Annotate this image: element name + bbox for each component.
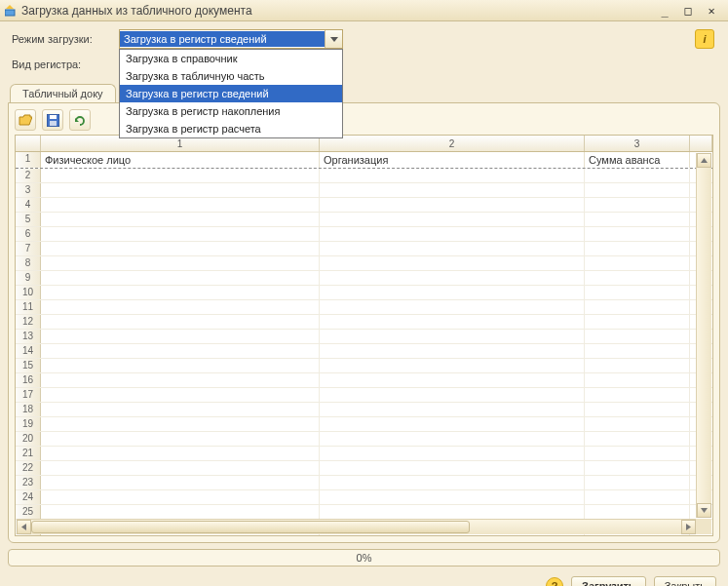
scroll-track[interactable] <box>470 520 681 534</box>
cell[interactable] <box>585 330 690 343</box>
cell[interactable] <box>41 242 320 255</box>
cell[interactable] <box>585 534 690 536</box>
cell[interactable] <box>585 461 690 475</box>
cell[interactable] <box>585 403 690 416</box>
row-number[interactable]: 24 <box>16 490 41 504</box>
cell[interactable] <box>320 344 585 358</box>
row-number[interactable]: 3 <box>16 183 41 197</box>
row-number[interactable]: 9 <box>16 271 41 285</box>
row-number[interactable]: 11 <box>16 300 41 314</box>
cell[interactable] <box>585 198 690 212</box>
mode-select[interactable]: Загрузка в регистр сведений <box>119 29 343 49</box>
scroll-track[interactable] <box>697 168 711 503</box>
row-number[interactable]: 20 <box>16 432 41 446</box>
row-number[interactable]: 22 <box>16 461 41 475</box>
cell[interactable] <box>41 505 320 519</box>
cell[interactable] <box>41 315 320 329</box>
cell[interactable] <box>585 373 690 387</box>
load-button[interactable]: Загрузить <box>571 576 646 586</box>
mode-select-dropdown-button[interactable] <box>325 30 342 48</box>
mode-dropdown-list[interactable]: Загрузка в справочник Загрузка в табличн… <box>119 49 343 138</box>
row-number[interactable]: 6 <box>16 227 41 241</box>
dropdown-item[interactable]: Загрузка в справочник <box>120 50 342 67</box>
cell[interactable] <box>41 359 320 372</box>
cell[interactable] <box>585 490 690 504</box>
cell[interactable] <box>41 490 320 504</box>
close-button-footer[interactable]: Закрыть <box>654 576 716 586</box>
cell[interactable] <box>585 447 690 460</box>
cell[interactable] <box>585 256 690 270</box>
cell[interactable] <box>41 213 320 226</box>
dropdown-item[interactable]: Загрузка в табличную часть <box>120 67 342 85</box>
row-number[interactable]: 23 <box>16 476 41 489</box>
cell[interactable] <box>585 213 690 226</box>
cell[interactable] <box>320 330 585 343</box>
cell[interactable] <box>585 344 690 358</box>
row-number[interactable]: 27 <box>16 534 41 536</box>
row-number[interactable]: 5 <box>16 213 41 226</box>
cell[interactable] <box>41 271 320 285</box>
cell[interactable] <box>320 447 585 460</box>
cell[interactable] <box>41 476 320 489</box>
scroll-left-button[interactable] <box>17 520 31 534</box>
cell[interactable] <box>585 271 690 285</box>
cell[interactable] <box>585 476 690 489</box>
cell[interactable] <box>41 286 320 299</box>
cell[interactable] <box>41 330 320 343</box>
open-button[interactable] <box>15 109 36 131</box>
cell[interactable] <box>320 534 585 536</box>
cell[interactable] <box>320 213 585 226</box>
row-number[interactable]: 17 <box>16 388 41 402</box>
row-number[interactable]: 15 <box>16 359 41 372</box>
column-header[interactable]: 2 <box>320 136 585 151</box>
row-number[interactable]: 13 <box>16 330 41 343</box>
vertical-scrollbar[interactable] <box>696 153 711 518</box>
row-number[interactable]: 25 <box>16 505 41 519</box>
cell[interactable] <box>320 198 585 212</box>
cell[interactable] <box>320 227 585 241</box>
cell[interactable] <box>41 403 320 416</box>
minimize-button[interactable]: _ <box>656 4 673 18</box>
cell[interactable] <box>41 417 320 431</box>
cell[interactable] <box>320 490 585 504</box>
cell[interactable] <box>41 183 320 197</box>
cell[interactable] <box>585 505 690 519</box>
dropdown-item[interactable]: Загрузка в регистр расчета <box>120 120 342 137</box>
spreadsheet-grid[interactable]: 1 2 3 1 Физическое лицо Организация Сумм… <box>15 135 713 536</box>
cell[interactable] <box>320 388 585 402</box>
row-number[interactable]: 18 <box>16 403 41 416</box>
maximize-button[interactable]: □ <box>679 4 697 18</box>
cell[interactable] <box>585 432 690 446</box>
row-number[interactable]: 21 <box>16 447 41 460</box>
help-icon[interactable]: ? <box>546 577 563 586</box>
dropdown-item[interactable]: Загрузка в регистр сведений <box>120 85 342 102</box>
cell[interactable] <box>320 242 585 255</box>
cell[interactable] <box>41 432 320 446</box>
cell[interactable] <box>41 198 320 212</box>
cell[interactable] <box>320 183 585 197</box>
cell[interactable] <box>320 461 585 475</box>
cell[interactable] <box>585 315 690 329</box>
cell[interactable] <box>41 388 320 402</box>
cell[interactable] <box>585 183 690 197</box>
cell[interactable] <box>41 373 320 387</box>
dropdown-item[interactable]: Загрузка в регистр накопления <box>120 102 342 120</box>
refresh-button[interactable] <box>69 109 91 131</box>
row-number[interactable]: 4 <box>16 198 41 212</box>
cell[interactable] <box>320 432 585 446</box>
cell[interactable] <box>41 227 320 241</box>
cell[interactable] <box>585 286 690 299</box>
scroll-thumb[interactable] <box>31 521 470 533</box>
info-icon[interactable]: i <box>695 29 714 49</box>
scroll-down-button[interactable] <box>697 503 711 518</box>
row-number[interactable]: 2 <box>16 169 41 182</box>
cell[interactable] <box>41 447 320 460</box>
scroll-right-button[interactable] <box>681 520 696 534</box>
cell[interactable] <box>320 505 585 519</box>
row-number[interactable]: 7 <box>16 242 41 255</box>
cell[interactable] <box>41 461 320 475</box>
cell[interactable] <box>585 359 690 372</box>
cell[interactable] <box>585 300 690 314</box>
cell[interactable] <box>320 169 585 182</box>
horizontal-scrollbar[interactable] <box>17 519 696 534</box>
